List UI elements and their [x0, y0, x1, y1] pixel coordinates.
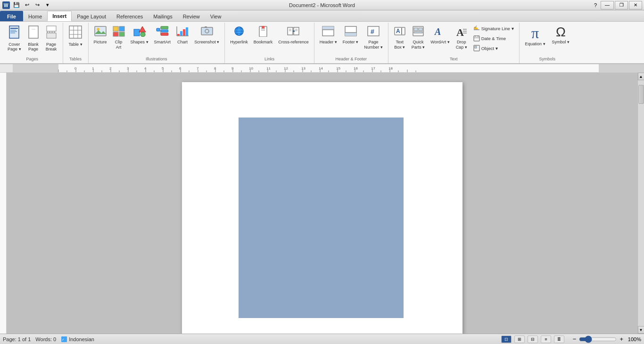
svg-rect-50 [262, 26, 264, 28]
screenshot-label: Screenshot ▾ [194, 40, 219, 45]
svg-text:A: A [456, 26, 464, 37]
footer-button[interactable]: Footer ▾ [340, 24, 361, 47]
title-bar: W 💾 ↩ ↪ ▾ Document2 - Microsoft Word ? —… [0, 0, 644, 10]
tab-view[interactable]: View [205, 11, 227, 21]
clip-art-button[interactable]: ClipArt [110, 24, 127, 52]
date-time-button[interactable]: Date & Time [471, 34, 516, 43]
zoom-out-icon[interactable]: − [573, 336, 577, 343]
svg-text:✍: ✍ [473, 25, 478, 30]
tab-mailings[interactable]: Mailings [148, 11, 177, 21]
restore-button[interactable]: ❐ [615, 1, 628, 9]
bookmark-button[interactable]: Bookmark [251, 24, 275, 47]
svg-rect-51 [288, 27, 293, 35]
svg-rect-63 [345, 33, 356, 36]
cross-reference-button[interactable]: Cross-reference [276, 24, 311, 47]
cover-page-button[interactable]: CoverPage ▾ [5, 24, 24, 53]
page-number-button[interactable]: # PageNumber ▾ [362, 24, 385, 52]
ribbon-group-header-footer: Header ▾ Footer ▾ # PageNumber ▾ Header … [314, 23, 388, 63]
draft-view-button[interactable]: ≣ [554, 336, 564, 343]
equation-button[interactable]: π Equation ▾ [522, 24, 548, 48]
chart-button[interactable]: Chart [174, 24, 191, 47]
svg-rect-27 [161, 26, 168, 29]
smart-art-button[interactable]: SmartArt [152, 24, 173, 47]
document-page [182, 82, 462, 334]
signature-line-button[interactable]: ✍ Signature Line ▾ [471, 24, 516, 33]
svg-rect-6 [10, 33, 15, 34]
svg-rect-23 [134, 29, 140, 36]
quick-parts-icon [413, 25, 424, 39]
svg-rect-41 [205, 26, 207, 28]
svg-rect-86 [475, 46, 477, 48]
blank-page-label: BlankPage [28, 42, 39, 51]
web-layout-view-button[interactable]: ⊟ [528, 336, 538, 343]
svg-rect-21 [113, 32, 118, 36]
object-button[interactable]: Object ▾ [471, 43, 516, 53]
word-icon[interactable]: W [2, 1, 10, 9]
picture-button[interactable]: Picture [91, 24, 109, 47]
pages-group-label: Pages [26, 57, 39, 62]
ribbon-tabs: File Home Insert Page Layout References … [0, 10, 644, 22]
undo-quick-btn[interactable]: ↩ [23, 1, 31, 9]
ruler-area [0, 64, 644, 73]
cross-reference-label: Cross-reference [278, 40, 309, 45]
tab-file[interactable]: File [0, 11, 23, 21]
svg-text:W: W [4, 3, 8, 8]
scroll-down-button[interactable]: ▼ [638, 326, 644, 334]
tables-group-label: Tables [69, 57, 82, 62]
redo-quick-btn[interactable]: ↪ [33, 1, 41, 9]
text-buttons: A TextBox ▾ QuickParts ▾ A WordArt ▾ A [391, 24, 516, 57]
outline-view-button[interactable]: ≡ [541, 336, 551, 343]
quick-parts-button[interactable]: QuickParts ▾ [409, 24, 428, 52]
document-area[interactable] [7, 73, 637, 334]
vertical-scrollbar[interactable]: ▲ ▼ [637, 73, 644, 334]
svg-rect-60 [322, 26, 334, 30]
save-quick-btn[interactable]: 💾 [12, 1, 21, 9]
words-indicator: Words: 0 [35, 336, 56, 342]
tab-review[interactable]: Review [178, 11, 205, 21]
svg-rect-10 [47, 33, 56, 38]
scroll-up-button[interactable]: ▲ [638, 73, 644, 80]
blank-page-button[interactable]: BlankPage [25, 24, 42, 53]
drop-cap-button[interactable]: A DropCap ▾ [453, 24, 470, 52]
text-box-button[interactable]: A TextBox ▾ [391, 24, 408, 52]
tables-buttons: Table ▾ [66, 24, 85, 57]
scroll-track[interactable] [638, 80, 644, 326]
tab-references[interactable]: References [111, 11, 148, 21]
print-layout-view-button[interactable]: ⊡ [501, 336, 512, 343]
svg-rect-71 [414, 28, 418, 31]
symbol-label: Symbol ▾ [552, 40, 570, 44]
wordart-icon: A [434, 25, 446, 39]
table-button[interactable]: Table ▾ [66, 24, 85, 49]
page-break-button[interactable]: PageBreak [43, 24, 60, 53]
zoom-slider[interactable] [579, 337, 617, 342]
hyperlink-button[interactable]: Hyperlink [228, 24, 250, 47]
full-screen-view-button[interactable]: ⊞ [514, 336, 525, 343]
quick-parts-label: QuickParts ▾ [412, 40, 425, 50]
close-button[interactable]: ✕ [629, 1, 642, 9]
screenshot-button[interactable]: Screenshot ▾ [192, 24, 222, 47]
svg-rect-36 [186, 27, 188, 36]
page-number-icon: # [367, 25, 380, 39]
svg-rect-2 [9, 26, 19, 38]
header-button[interactable]: Header ▾ [317, 24, 339, 47]
screenshot-icon [201, 25, 213, 39]
scroll-thumb[interactable] [638, 85, 644, 104]
chart-icon [176, 25, 189, 39]
shapes-button[interactable]: Shapes ▾ [128, 24, 151, 47]
table-icon [69, 25, 82, 41]
wordart-button[interactable]: A WordArt ▾ [428, 24, 452, 47]
tab-insert[interactable]: Insert [47, 11, 72, 21]
zoom-in-icon[interactable]: + [619, 336, 623, 343]
customize-quick-btn[interactable]: ▾ [43, 1, 52, 9]
header-icon [322, 25, 334, 39]
status-right: ⊡ ⊞ ⊟ ≡ ≣ − + 100% [501, 336, 641, 343]
tab-page-layout[interactable]: Page Layout [72, 11, 111, 21]
picture-label: Picture [94, 40, 107, 45]
tab-home[interactable]: Home [23, 11, 47, 21]
help-icon[interactable]: ? [591, 1, 600, 9]
symbol-button[interactable]: Ω Symbol ▾ [549, 24, 573, 46]
minimize-button[interactable]: — [601, 1, 614, 9]
hyperlink-label: Hyperlink [230, 40, 248, 45]
svg-rect-29 [161, 33, 168, 35]
svg-rect-9 [47, 26, 56, 31]
